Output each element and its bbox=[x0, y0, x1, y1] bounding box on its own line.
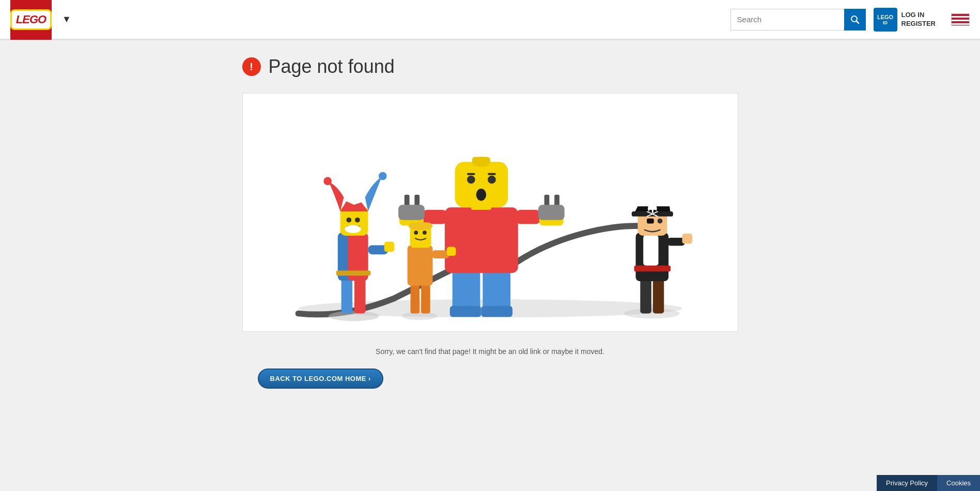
svg-rect-5 bbox=[449, 306, 481, 317]
search-icon bbox=[850, 15, 860, 24]
lego-logo: LEGO bbox=[10, 9, 52, 30]
svg-rect-40 bbox=[384, 242, 394, 252]
svg-line-1 bbox=[856, 21, 859, 23]
lego-illustration bbox=[243, 94, 738, 331]
svg-rect-21 bbox=[398, 205, 425, 220]
svg-point-36 bbox=[346, 218, 351, 223]
svg-rect-47 bbox=[409, 223, 431, 229]
svg-point-27 bbox=[329, 311, 379, 321]
svg-rect-7 bbox=[445, 207, 518, 273]
search-input[interactable] bbox=[730, 9, 844, 30]
svg-rect-53 bbox=[640, 278, 651, 313]
svg-rect-51 bbox=[446, 247, 456, 256]
back-to-home-button[interactable]: BACK TO LEGO.COM HOME › bbox=[258, 369, 383, 389]
svg-rect-57 bbox=[643, 235, 658, 266]
svg-rect-28 bbox=[341, 278, 352, 313]
login-register-text[interactable]: LOG IN REGISTER bbox=[901, 11, 936, 28]
svg-rect-29 bbox=[354, 278, 366, 313]
svg-rect-26 bbox=[538, 205, 564, 220]
svg-point-48 bbox=[414, 231, 418, 235]
svg-rect-44 bbox=[407, 246, 432, 286]
svg-rect-68 bbox=[682, 234, 692, 244]
svg-point-11 bbox=[488, 176, 496, 184]
svg-rect-43 bbox=[421, 283, 430, 314]
svg-rect-42 bbox=[410, 283, 419, 314]
cookies-link[interactable]: Cookies bbox=[937, 475, 980, 491]
illustration-area bbox=[242, 93, 738, 332]
svg-rect-54 bbox=[652, 278, 664, 313]
svg-rect-14 bbox=[472, 157, 490, 163]
svg-point-34 bbox=[323, 177, 332, 186]
lego-id-icon: LEGO ID bbox=[874, 8, 897, 32]
privacy-policy-link[interactable]: Privacy Policy bbox=[877, 475, 937, 491]
svg-point-41 bbox=[401, 312, 437, 320]
svg-point-49 bbox=[423, 231, 427, 235]
main-content: ! Page not found bbox=[232, 40, 749, 399]
svg-rect-32 bbox=[336, 270, 370, 275]
svg-rect-15 bbox=[467, 173, 475, 175]
search-container bbox=[730, 9, 866, 30]
svg-rect-17 bbox=[422, 210, 447, 224]
svg-rect-6 bbox=[481, 306, 512, 317]
svg-point-38 bbox=[345, 225, 361, 233]
sorry-message: Sorry, we can't find that page! It might… bbox=[242, 347, 738, 356]
back-button-wrapper: BACK TO LEGO.COM HOME › bbox=[242, 369, 738, 389]
svg-point-37 bbox=[355, 218, 360, 223]
svg-point-35 bbox=[378, 172, 386, 180]
svg-point-66 bbox=[657, 219, 662, 224]
search-button[interactable] bbox=[844, 9, 866, 30]
nav-chevron-icon[interactable]: ▼ bbox=[62, 14, 71, 25]
svg-rect-16 bbox=[488, 173, 496, 175]
svg-rect-50 bbox=[431, 250, 449, 258]
footer: Privacy Policy Cookies bbox=[877, 475, 980, 491]
svg-point-12 bbox=[476, 189, 486, 201]
page-title: Page not found bbox=[269, 56, 395, 78]
logo-container: LEGO bbox=[10, 0, 52, 40]
country-flag-icon[interactable] bbox=[951, 13, 970, 26]
error-heading: ! Page not found bbox=[242, 51, 738, 83]
header: LEGO ▼ LEGO ID LOG IN REGISTER bbox=[0, 0, 980, 40]
svg-rect-56 bbox=[634, 266, 670, 272]
svg-point-10 bbox=[467, 176, 475, 184]
lego-id-button[interactable]: LEGO ID LOG IN REGISTER bbox=[874, 8, 936, 32]
error-icon: ! bbox=[242, 57, 261, 76]
svg-rect-65 bbox=[647, 219, 654, 224]
svg-point-52 bbox=[624, 309, 680, 319]
svg-rect-22 bbox=[515, 210, 540, 224]
